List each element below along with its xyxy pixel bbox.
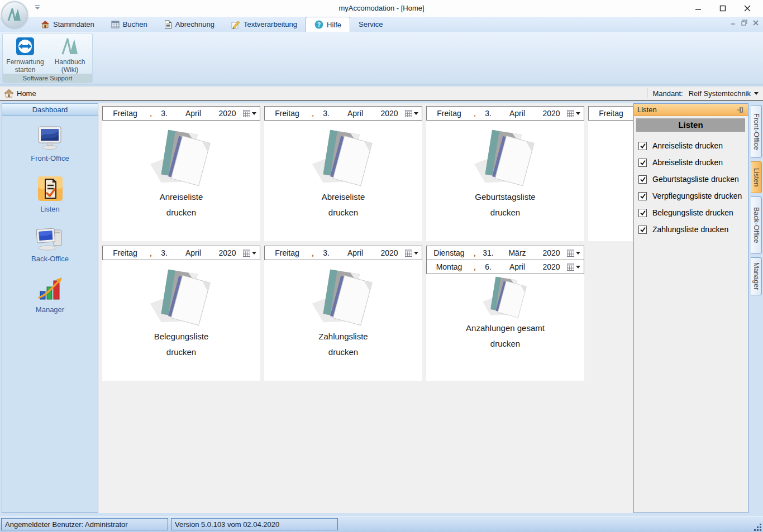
app-logo[interactable] [1,1,28,28]
print-list-icon [481,276,530,320]
checkbox-checked-icon[interactable] [638,159,647,167]
resize-grip[interactable] [754,524,762,531]
quick-access-toolbar-dropdown[interactable] [35,5,40,10]
checkbox-row-abreiseliste[interactable]: Abreiseliste drucken [638,154,748,171]
date-picker[interactable]: Freitag , 3. April 2020 [264,106,422,121]
checkbox-label: Abreiseliste drucken [652,158,723,167]
tab-service[interactable]: Service [350,17,391,32]
tab-stammdaten[interactable]: Stammdaten [32,17,103,32]
handbuch-wiki-button[interactable]: Handbuch (Wiki) [49,36,90,74]
date-separator: , [147,248,154,257]
side-tab-front-office[interactable]: Front-Office [751,105,762,158]
date-year: 2020 [212,109,242,118]
calendar-dropdown-button[interactable] [243,110,256,117]
mdi-close-icon[interactable] [753,20,759,26]
checkbox-row-verpflegungsliste[interactable]: Verpflegungsliste drucken [638,188,748,204]
monitor-icon [36,125,64,151]
tab-hilfe[interactable]: ? Hilfe [306,17,350,32]
calendar-dropdown-button[interactable] [405,110,418,117]
minimize-button[interactable] [686,0,710,17]
panel-belegungsliste[interactable]: Freitag , 3. April 2020 Belegungsliste d… [102,246,260,381]
button-label-line: Handbuch [55,58,85,66]
side-tab-label: Listen [752,168,760,186]
date-picker[interactable]: Freitag , 3. April 2020 [426,106,584,121]
panel-abreiseliste[interactable]: Freitag , 3. April 2020 Abreiseliste dru… [264,106,422,241]
mdi-minimize-icon[interactable] [731,20,736,25]
tab-label: Abrechnung [175,20,214,28]
date-picker[interactable]: Freitag , 3. April 2020 [588,106,633,121]
side-tab-listen[interactable]: Listen [751,161,762,193]
date-day: 31. [478,248,498,257]
listen-panel-header: Listen [636,118,745,132]
date-picker[interactable]: Freitag , 3. April 2020 [264,246,422,260]
sidebar-item-listen[interactable]: Listen [37,176,63,213]
window-title: myAccomodation - [Home] [0,4,763,12]
checkbox-checked-icon[interactable] [638,192,647,200]
panel-caption: drucken [166,347,196,357]
status-bar: Angemeldeter Benutzer: Administrator Ver… [0,516,763,532]
tab-label: Stammdaten [53,20,94,28]
tab-label: Hilfe [327,21,341,29]
chevron-down-icon [252,112,256,115]
fernwartung-starten-button[interactable]: Fernwartung starten [4,36,46,74]
checkbox-checked-icon[interactable] [638,142,647,150]
mandant-label: Mandant: [653,89,683,98]
date-separator: , [309,248,316,257]
panel-truncated[interactable]: Freitag , 3. April 2020 [588,106,633,241]
checkbox-row-anreiseliste[interactable]: Anreiseliste drucken [638,137,748,154]
tab-label: Textverarbeitung [244,20,297,28]
calendar-dropdown-button[interactable] [243,250,256,257]
panel-anreiseliste[interactable]: Freitag , 3. April 2020 Anreiseliste dru… [102,106,260,241]
checkbox-checked-icon[interactable] [638,209,647,217]
status-user: Angemeldeter Benutzer: Administrator [1,518,168,530]
calendar-dropdown-button[interactable] [567,110,580,117]
sidebar-item-manager[interactable]: Manager [36,276,64,314]
date-weekday: Freitag [103,109,147,118]
checkbox-row-geburtstagsliste[interactable]: Geburtstagsliste drucken [638,171,748,188]
close-icon [744,5,751,12]
panel-anzahlungen-gesamt[interactable]: Dienstag , 31. März 2020 Montag , 6. Apr… [426,246,584,381]
date-separator: , [471,262,478,271]
breadcrumb[interactable]: Home [17,89,36,98]
side-tab-manager[interactable]: Manager [751,257,762,295]
panel-caption: Anreiseliste [160,192,203,202]
date-picker[interactable]: Freitag , 3. April 2020 [102,246,260,260]
checkbox-checked-icon[interactable] [638,175,647,184]
sidebar-item-back-office[interactable]: Back-Office [31,227,69,263]
pin-icon[interactable] [737,107,745,113]
date-day: 6. [478,262,498,271]
date-picker-from[interactable]: Dienstag , 31. März 2020 [426,246,584,260]
pencil-paper-icon [231,20,240,29]
checkbox-checked-icon[interactable] [638,226,647,234]
app-logo-icon [6,7,23,22]
date-month: April [336,248,374,257]
sidebar-item-label: Manager [36,305,64,314]
maximize-button[interactable] [710,0,735,17]
panel-geburtstagsliste[interactable]: Freitag , 3. April 2020 Geburtstagsliste… [426,106,584,241]
panel-zahlungsliste[interactable]: Freitag , 3. April 2020 Zahlungsliste dr… [264,246,422,381]
date-picker-to[interactable]: Montag , 6. April 2020 [426,260,584,274]
panel-caption: drucken [490,208,520,217]
tab-abrechnung[interactable]: Abrechnung [156,17,223,32]
date-year: 2020 [536,109,566,118]
side-tab-back-office[interactable]: Back-Office [751,196,762,254]
calendar-dropdown-button[interactable] [567,263,580,271]
checkbox-row-zahlungsliste[interactable]: Zahlungsliste drucken [638,221,748,238]
sidebar-item-front-office[interactable]: Front-Office [31,125,69,162]
checkbox-label: Verpflegungsliste drucken [652,191,742,200]
ribbon-group-software-support: Fernwartung starten Handbuch (Wiki) Soft… [2,33,93,83]
teamviewer-icon [16,36,35,57]
close-button[interactable] [735,0,760,17]
tab-buchen[interactable]: Buchen [103,17,156,32]
mdi-restore-icon[interactable] [741,20,747,26]
breadcrumb-bar: Home Mandant: Reif Systemtechnik [0,87,763,101]
calendar-dropdown-button[interactable] [405,250,418,257]
calendar-dropdown-button[interactable] [567,250,580,257]
date-separator: , [471,109,478,118]
tab-textverarbeitung[interactable]: Textverarbeitung [223,17,306,32]
date-picker[interactable]: Freitag , 3. April 2020 [102,106,260,121]
listen-panel-title: Listen [637,106,657,114]
checkbox-row-belegungsliste[interactable]: Belegungsliste drucken [638,204,748,221]
mandant-select[interactable]: Reif Systemtechnik [686,88,761,99]
button-label-line: (Wiki) [61,66,79,74]
